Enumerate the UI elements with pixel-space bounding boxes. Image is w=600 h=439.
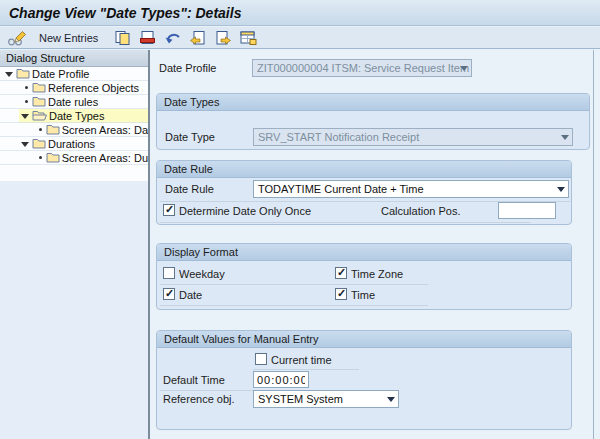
display-change-icon[interactable] [7, 29, 27, 47]
dropdown-arrow-icon [561, 135, 569, 140]
reference-obj-dropdown[interactable]: SYSTEM System [253, 390, 399, 408]
date-type-label: Date Type [165, 131, 215, 143]
date-types-group-header: Date Types [157, 94, 589, 111]
date-profile-dropdown[interactable]: ZIT000000004 ITSM: Service Request Item [252, 59, 472, 77]
tree-item-date-rules[interactable]: Date rules [0, 95, 148, 109]
dropdown-arrow-icon [557, 187, 565, 192]
tree-item-screen-areas-date[interactable]: Screen Areas: Da [0, 123, 148, 137]
bullet-icon [37, 156, 45, 159]
date-rule-label: Date Rule [165, 183, 214, 195]
folder-icon [32, 96, 46, 107]
date-type-dropdown[interactable]: SRV_START Notification Receipt [253, 128, 573, 146]
display-format-groupbox: Display Format Weekday Time Zone Date Ti… [156, 243, 572, 310]
title-bar: Change View "Date Types": Details [0, 0, 600, 26]
tree-item-date-types-selected[interactable]: Date Types [0, 109, 148, 123]
tree-item-reference-objects[interactable]: Reference Objects [0, 81, 148, 95]
expand-arrow-icon[interactable] [5, 71, 15, 77]
window-edge [593, 50, 594, 439]
divider [160, 284, 428, 285]
folder-icon [46, 124, 60, 135]
folder-icon [16, 68, 30, 79]
delete-icon[interactable] [138, 29, 158, 47]
previous-entry-icon[interactable] [188, 29, 208, 47]
dropdown-arrow-icon [387, 397, 395, 402]
bullet-icon [21, 86, 31, 89]
undo-change-icon[interactable] [163, 29, 183, 47]
weekday-checkbox[interactable] [163, 267, 175, 279]
detail-area: Date Profile ZIT000000004 ITSM: Service … [152, 50, 600, 439]
dialog-structure-header: Dialog Structure [0, 50, 148, 67]
reference-obj-label: Reference obj. [163, 393, 235, 405]
tree-item-durations[interactable]: Durations [0, 137, 148, 151]
time-label: Time [351, 289, 375, 301]
next-entry-icon[interactable] [213, 29, 233, 47]
sap-window: Change View "Date Types": Details New En… [0, 0, 600, 439]
toolbar: New Entries [0, 27, 600, 49]
date-profile-label: Date Profile [159, 62, 216, 74]
date-label: Date [179, 289, 202, 301]
new-entries-button[interactable]: New Entries [39, 32, 98, 44]
divider [160, 305, 428, 306]
expand-arrow-icon[interactable] [21, 113, 31, 119]
default-values-groupbox: Default Values for Manual Entry Current … [156, 330, 572, 430]
current-time-checkbox[interactable] [255, 353, 267, 365]
dialog-structure-tree: Date Profile Reference Objects Date rule… [0, 67, 148, 181]
date-rule-group-header: Date Rule [157, 161, 571, 178]
divider [160, 222, 530, 223]
folder-icon [32, 82, 46, 93]
date-types-groupbox: Date Types Date Type SRV_START Notificat… [156, 93, 590, 150]
page-title: Change View "Date Types": Details [9, 5, 241, 21]
copy-as-icon[interactable] [113, 29, 133, 47]
folder-icon [32, 138, 46, 149]
date-rule-dropdown[interactable]: TODAYTIME Current Date + Time [253, 180, 569, 198]
weekday-label: Weekday [179, 268, 225, 280]
divider [253, 369, 359, 370]
expand-arrow-icon[interactable] [21, 141, 31, 147]
default-values-group-header: Default Values for Manual Entry [157, 331, 571, 348]
default-time-input[interactable] [253, 371, 309, 388]
time-zone-label: Time Zone [351, 268, 403, 280]
default-time-label: Default Time [163, 374, 225, 386]
tree-item-date-profile[interactable]: Date Profile [0, 67, 148, 81]
time-zone-checkbox[interactable] [335, 267, 347, 279]
other-entry-icon[interactable] [238, 29, 258, 47]
folder-icon [46, 152, 60, 163]
time-checkbox[interactable] [335, 288, 347, 300]
date-rule-groupbox: Date Rule Date Rule TODAYTIME Current Da… [156, 160, 572, 225]
tree-item-screen-areas-duration[interactable]: Screen Areas: Du [0, 151, 148, 165]
determine-date-only-once-label: Determine Date Only Once [179, 205, 311, 217]
current-time-label: Current time [271, 354, 332, 366]
bullet-icon [21, 100, 31, 103]
display-format-group-header: Display Format [157, 244, 571, 261]
determine-date-only-once-checkbox[interactable] [163, 204, 175, 216]
date-checkbox[interactable] [163, 288, 175, 300]
dialog-structure-panel: Dialog Structure Date Profile Reference … [0, 50, 150, 439]
calculation-pos-input[interactable] [498, 202, 556, 219]
dropdown-arrow-icon [460, 66, 468, 71]
calculation-pos-label: Calculation Pos. [381, 205, 461, 217]
open-folder-icon [32, 110, 47, 121]
bullet-icon [37, 128, 45, 131]
